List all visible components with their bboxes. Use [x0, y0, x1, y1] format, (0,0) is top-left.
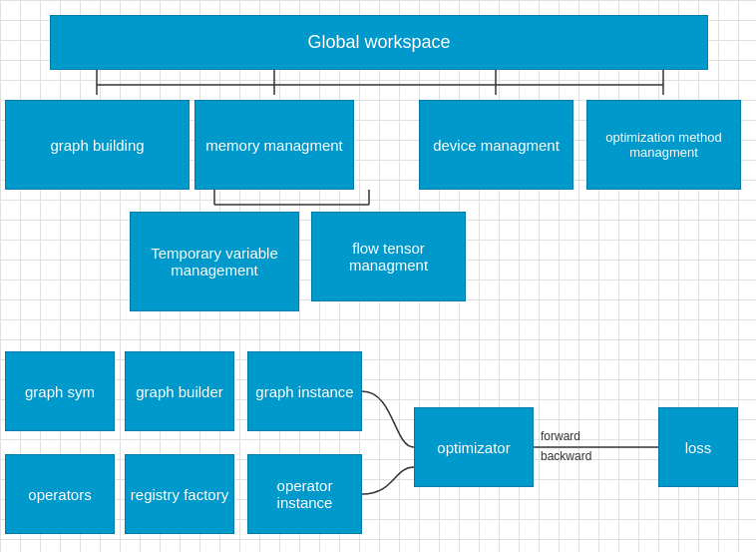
optimization-mgmt-box: optimization method managment [586, 100, 741, 190]
loss-box: loss [658, 407, 738, 487]
graph-sym-box: graph sym [5, 351, 115, 431]
optimizator-box: optimizator [414, 407, 534, 487]
graph-instance-box: graph instance [247, 351, 362, 431]
temp-var-box: Temporary variable management [130, 212, 299, 311]
flow-tensor-box: flow tensor managment [311, 212, 466, 301]
device-mgmt-box: device managment [419, 100, 573, 190]
memory-mgmt-box: memory managment [194, 100, 354, 190]
graph-builder-box: graph builder [125, 351, 234, 431]
global-workspace-box: Global workspace [50, 15, 708, 70]
graph-building-box: graph building [5, 100, 189, 190]
forward-label: forward [541, 429, 580, 443]
operator-instance-box: operator instance [247, 454, 362, 534]
diagram-container: Global workspace graph building memory m… [0, 0, 756, 552]
backward-label: backward [541, 449, 591, 463]
operators-box: operators [5, 454, 115, 534]
registry-factory-box: registry factory [125, 454, 234, 534]
